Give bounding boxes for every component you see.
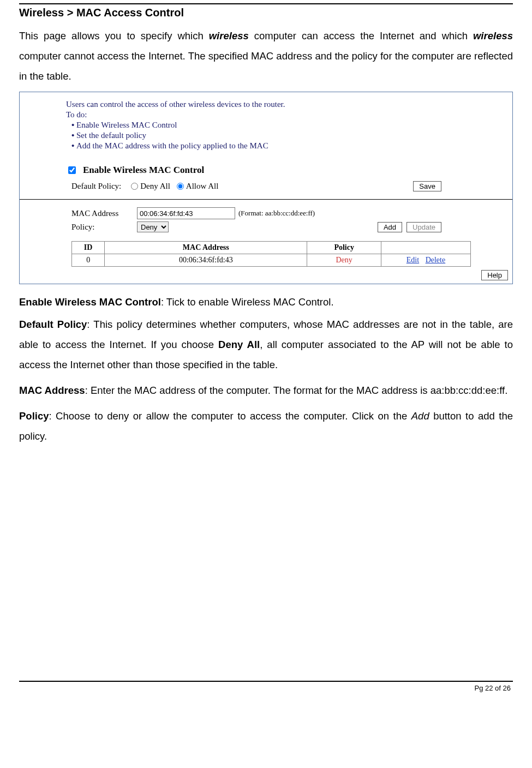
- intro-paragraph: This page allows you to specify which wi…: [19, 26, 513, 86]
- top-rule: [19, 3, 513, 4]
- cell-mac: 00:06:34:6f:fd:43: [105, 254, 307, 267]
- bullet-item: Set the default policy: [66, 131, 512, 140]
- mac-format-hint: (Format: aa:bb:cc:dd:ee:ff): [238, 209, 315, 218]
- deny-all-label: Deny All: [140, 182, 170, 191]
- table-header-row: ID MAC Address Policy: [72, 242, 471, 254]
- breadcrumb: Wireless > MAC Access Control: [19, 7, 513, 19]
- allow-all-radio[interactable]: [177, 183, 184, 190]
- delete-link[interactable]: Delete: [426, 256, 446, 264]
- bullet-item: Enable Wireless MAC Control: [66, 121, 512, 130]
- panel-intro: Users can control the access of other wi…: [20, 100, 512, 151]
- help-button[interactable]: Help: [481, 270, 508, 280]
- bottom-rule: [19, 681, 513, 682]
- panel-bullet-list: Enable Wireless MAC Control Set the defa…: [66, 121, 512, 151]
- deny-all-radio[interactable]: [131, 183, 138, 190]
- explain-policy: Policy: Choose to deny or allow the comp…: [19, 406, 513, 446]
- mac-table: ID MAC Address Policy 0 00:06:34:6f:fd:4…: [71, 241, 471, 267]
- col-header-id: ID: [72, 242, 105, 254]
- default-policy-label: Default Policy:: [71, 182, 121, 191]
- allow-all-label: Allow All: [186, 182, 219, 191]
- enable-mac-control-label: Enable Wireless MAC Control: [83, 165, 204, 176]
- policy-select[interactable]: Deny Allow: [137, 221, 169, 232]
- panel-todo-label: To do:: [66, 110, 512, 119]
- save-button[interactable]: Save: [413, 181, 441, 191]
- mac-address-input[interactable]: [137, 207, 235, 219]
- mac-address-label: MAC Address: [71, 209, 137, 218]
- bullet-item: Add the MAC address with the policy appl…: [66, 141, 512, 151]
- policy-field-label: Policy:: [71, 223, 137, 232]
- panel-lead-text: Users can control the access of other wi…: [66, 100, 512, 109]
- config-panel: Users can control the access of other wi…: [19, 92, 513, 284]
- cell-actions: Edit Delete: [381, 254, 471, 267]
- col-header-actions: [381, 242, 471, 254]
- col-header-policy: Policy: [307, 242, 381, 254]
- enable-mac-control-checkbox[interactable]: [68, 166, 76, 174]
- cell-policy: Deny: [307, 254, 381, 267]
- table-row: 0 00:06:34:6f:fd:43 Deny Edit Delete: [72, 254, 471, 267]
- update-button[interactable]: Update: [407, 222, 441, 232]
- add-button[interactable]: Add: [378, 222, 402, 232]
- col-header-mac: MAC Address: [105, 242, 307, 254]
- explain-mac-address: MAC Address: Enter the MAC address of th…: [19, 380, 513, 400]
- cell-id: 0: [72, 254, 105, 267]
- edit-link[interactable]: Edit: [407, 256, 419, 264]
- page-footer: Pg 22 of 26: [19, 684, 513, 692]
- explain-default-policy: Default Policy: This policy determines w…: [19, 314, 513, 375]
- explain-enable: Enable Wireless MAC Control: Tick to ena…: [19, 292, 513, 312]
